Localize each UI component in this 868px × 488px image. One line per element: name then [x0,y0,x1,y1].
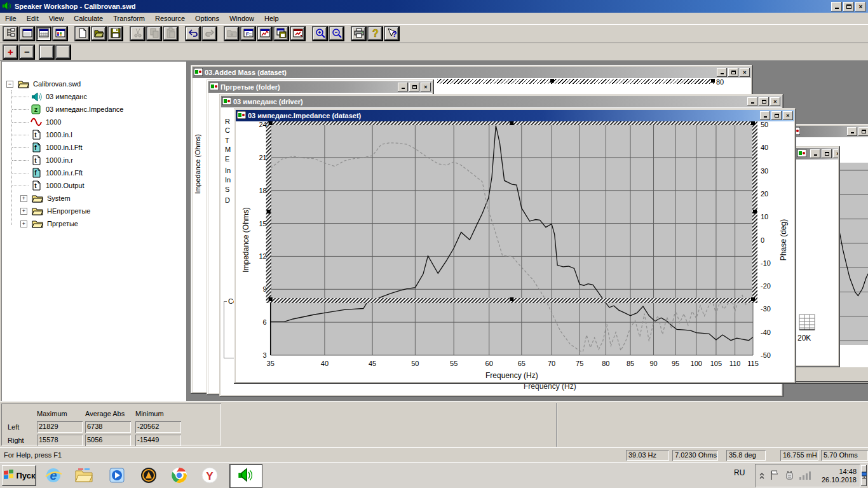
minimize-button[interactable] [831,2,842,11]
tree-item-8[interactable]: t1000.Output [1,179,186,192]
maximize-button[interactable] [409,83,419,92]
maximize-button[interactable] [728,68,738,77]
tree-item-3[interactable]: 1000 [1,116,186,128]
selection-handle[interactable] [753,210,757,214]
quicklaunch-yandex[interactable]: Y [198,464,221,487]
collapse-toggle[interactable]: − [6,81,13,88]
menu-view[interactable]: View [44,13,69,24]
view-data-button[interactable] [19,26,35,41]
menu-resource[interactable]: Resource [150,13,190,24]
menu-edit[interactable]: Edit [22,13,44,24]
menu-transform[interactable]: Transform [108,13,150,24]
expand-toggle[interactable]: + [20,195,27,202]
quicklaunch-media-player[interactable] [105,464,128,487]
dataset-grid-icon[interactable] [799,314,817,332]
restore-button[interactable] [843,2,854,11]
maximize-button[interactable] [759,97,769,106]
flag-icon[interactable] [770,470,780,482]
chevron-up-icon[interactable] [759,471,765,481]
quicklaunch-internet-explorer[interactable]: e [42,464,65,487]
tree-item-11[interactable]: +Пргретые [1,217,186,230]
minimize-button[interactable] [810,149,820,158]
add-point-button[interactable]: + [3,44,18,60]
window-added-mass-titlebar[interactable]: 03.Added Mass (dataset)× [193,67,751,78]
selection-handle[interactable] [269,297,273,301]
about-help-button[interactable]: ? [367,26,383,41]
print-button[interactable] [351,26,367,41]
window-data-button[interactable]: F [240,26,256,41]
menu-calculate[interactable]: Calculate [69,13,108,24]
quicklaunch-chrome[interactable] [168,464,191,487]
minimize-button[interactable] [398,83,408,92]
selection-handle[interactable] [751,121,755,125]
zoom-in-button[interactable] [312,26,328,41]
tree-item-10[interactable]: +НЕпрогретые [1,205,186,217]
quicklaunch-aimp[interactable] [137,464,160,487]
menu-options[interactable]: Options [190,13,224,24]
context-help-button[interactable]: ? [384,26,400,41]
window-side-small[interactable]: ×20K [794,146,840,367]
selection-handle[interactable] [510,121,513,125]
signal-bars-icon[interactable] [799,470,811,482]
menu-help[interactable]: Help [259,13,284,24]
blank-1-button[interactable] [39,44,55,60]
window-impedance-dataset-titlebar[interactable]: 03 импеданс.Impedance (dataset)× [236,110,794,121]
expand-toggle[interactable]: + [20,220,27,227]
tree-item-1[interactable]: 03 импеданс [1,90,186,103]
selection-handle[interactable] [751,297,755,301]
new-file-button[interactable] [74,26,90,41]
minimize-button[interactable] [747,97,757,106]
zoom-out-button[interactable] [329,26,344,41]
selection-handle[interactable] [267,210,271,214]
selection-handle[interactable] [510,297,513,301]
remove-point-button[interactable]: − [19,44,35,60]
window-save-button[interactable] [273,26,289,41]
minimize-button[interactable] [847,127,857,136]
view-chart-button[interactable] [36,26,51,41]
window-folder-prgretye-titlebar[interactable]: Пргретые (folder)× [208,81,432,93]
window-impedance-dataset[interactable]: 03 импеданс.Impedance (dataset)×24211815… [234,108,796,384]
quicklaunch-file-explorer[interactable] [72,464,95,487]
tree-item-6[interactable]: t1000.in.r [1,154,186,166]
maximize-button[interactable] [858,127,868,136]
close-button[interactable]: × [783,111,793,120]
blank-2-button[interactable] [55,44,71,60]
power-plug-icon[interactable] [784,470,794,482]
selection-handle[interactable] [711,79,715,83]
view-both-button[interactable] [52,26,68,41]
view-tree-button[interactable] [3,26,18,41]
minimize-button[interactable] [717,68,727,77]
menu-file[interactable]: File [0,13,22,24]
tree-item-0[interactable]: −Calibrovan.swd [1,78,186,90]
close-button[interactable]: × [855,2,866,11]
taskbar-item-speaker-workshop[interactable] [230,464,262,487]
close-button[interactable]: × [421,83,431,92]
open-file-button[interactable] [91,26,107,41]
tree-item-2[interactable]: z03 импеданс.Impedance [1,103,186,116]
selection-handle[interactable] [269,121,273,125]
app-titlebar[interactable]: Speaker Workshop - Calibrovan.swd × [0,0,868,13]
window-side-small-titlebar[interactable]: × [796,148,838,159]
minimize-button[interactable] [760,111,770,120]
expand-toggle[interactable]: + [20,208,27,215]
close-button[interactable]: × [770,97,780,106]
close-button[interactable]: × [740,68,750,77]
tree-item-7[interactable]: f1000.in.r.Fft [1,166,186,179]
window-chart-button[interactable] [257,26,273,41]
window-export-button[interactable] [290,26,306,41]
window-right-background-titlebar[interactable] [790,126,868,137]
close-button[interactable]: × [833,149,838,158]
maximize-button[interactable] [822,149,832,158]
maximize-button[interactable] [771,111,782,120]
menu-window[interactable]: Window [224,13,259,24]
tree-item-5[interactable]: f1000.in.l.Fft [1,141,186,154]
window-driver-titlebar[interactable]: 03 импеданс (driver)× [221,96,782,107]
tray-clock[interactable]: 14:48 26.10.2018 [822,468,860,484]
tree-item-9[interactable]: +System [1,192,186,205]
start-button[interactable]: Пуск [2,465,36,486]
undo-button[interactable] [185,26,201,41]
save-file-button[interactable] [107,26,123,41]
language-indicator[interactable]: RU [734,468,745,477]
tree-item-4[interactable]: t1000.in.l [1,128,186,141]
selection-handle[interactable] [550,79,554,83]
